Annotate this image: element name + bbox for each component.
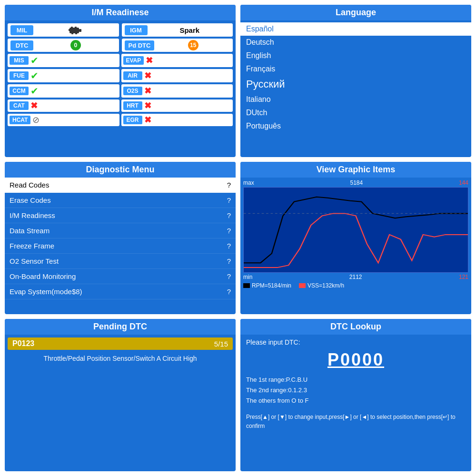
evap-status: ✖: [146, 55, 153, 66]
dtc-lookup-footer: Press[▲] or [▼] to change input,press[►]…: [246, 413, 466, 431]
diag-item-o2-sensor[interactable]: O2 Sensor Test ?: [5, 254, 236, 269]
dtc-value: 0: [35, 40, 116, 50]
hrt-label: HRT: [123, 101, 142, 110]
diag-item-q: ?: [227, 196, 231, 204]
lang-item-francais[interactable]: Français: [240, 62, 471, 76]
dtc-lookup-title: DTC Lookup: [240, 319, 471, 335]
dtc-lookup-code[interactable]: P0000: [246, 350, 466, 370]
igm-value: Spark: [149, 26, 230, 34]
hrt-status: ✖: [144, 100, 151, 111]
diag-item-label: Data Stream: [10, 227, 50, 235]
ccm-item: CCM ✔: [8, 84, 119, 98]
dtc-lookup-info: The 1st range:P.C.B.U The 2nd range:0.1.…: [246, 375, 466, 406]
air-label: AIR: [123, 71, 142, 80]
dtc-lookup-prompt: Please input DTC:: [246, 338, 466, 346]
dtc-range3: The others from O to F: [246, 396, 466, 406]
diag-item-q: ?: [227, 242, 231, 250]
pd-dtc-badge: 15: [188, 40, 198, 50]
dtc-range1: The 1st range:P.C.B.U: [246, 375, 466, 385]
mis-label: MIS: [10, 56, 29, 65]
lang-item-english[interactable]: English: [240, 49, 471, 62]
diag-item-q: ?: [227, 211, 231, 219]
hrt-item: HRT ✖: [121, 99, 233, 112]
diag-item-data-stream[interactable]: Data Stream ?: [5, 223, 236, 238]
o2s-item: O2S ✖: [121, 84, 233, 98]
evap-label: EVAP: [123, 56, 144, 65]
legend-vss-box: [299, 283, 306, 288]
mis-item: MIS ✔: [8, 54, 119, 67]
svg-rect-2: [71, 27, 73, 29]
ccm-label: CCM: [10, 87, 29, 95]
svg-rect-4: [69, 29, 70, 31]
lang-item-russian[interactable]: Русский: [240, 76, 471, 93]
diag-item-evap-system[interactable]: Evap System(mode$8) ?: [5, 284, 236, 299]
graph-max-label: max: [243, 179, 254, 186]
pending-dtc-panel: Pending DTC P0123 5/15 Throttle/Pedal Po…: [5, 319, 236, 471]
legend-rpm-label: RPM=5184/min: [252, 282, 291, 289]
evap-item: EVAP ✖: [121, 54, 233, 67]
lang-item-portuguese[interactable]: Português: [240, 119, 471, 133]
cat-status: ✖: [30, 100, 38, 111]
o2s-label: O2S: [123, 87, 142, 95]
dtc-label: DTC: [10, 40, 33, 50]
language-title: Language: [240, 5, 471, 20]
egr-label: EGR: [123, 116, 142, 124]
im-readiness-panel: I/M Readinese MIL: [5, 5, 236, 157]
diag-item-erase-codes[interactable]: Erase Codes ?: [5, 193, 236, 208]
hcat-status: ⊘: [32, 115, 40, 125]
dtc-badge: 0: [70, 40, 81, 50]
dtc-lookup-body: Please input DTC: P0000 The 1st range:P.…: [240, 335, 471, 435]
graph-canvas: [243, 187, 468, 273]
ccm-status: ✔: [30, 85, 39, 97]
graph-min-label: min: [243, 274, 252, 280]
lang-item-dutch[interactable]: DUtch: [240, 106, 471, 119]
legend-vss-label: VSS=132km/h: [307, 282, 344, 289]
svg-rect-3: [75, 27, 77, 29]
diag-item-q: ?: [227, 181, 231, 189]
svg-rect-6: [75, 33, 77, 34]
diag-item-label: Read Codes: [10, 181, 49, 189]
svg-rect-0: [69, 28, 79, 33]
diag-item-q: ?: [227, 257, 231, 265]
fue-item: FUE ✔: [8, 69, 119, 82]
egr-item: EGR ✖: [121, 114, 233, 126]
hcat-label: HCAT: [10, 116, 30, 124]
air-item: AIR ✖: [121, 69, 233, 82]
language-panel: Language Español Deutsch English Françai…: [240, 5, 471, 157]
im-readiness-title: I/M Readinese: [5, 5, 236, 20]
diag-item-q: ?: [227, 227, 231, 235]
mis-status: ✔: [30, 55, 39, 66]
fue-status: ✔: [30, 70, 39, 81]
graph-meta-top: max 5184 144: [243, 179, 468, 186]
lang-item-deutsch[interactable]: Deutsch: [240, 36, 471, 49]
view-graphic-title: View Graphic Items: [240, 162, 471, 178]
diag-item-q: ?: [227, 272, 231, 280]
svg-rect-1: [79, 29, 81, 32]
graph-rpm-min: 2112: [349, 274, 362, 280]
igm-label: IGM: [125, 25, 148, 35]
pending-dtc-description: Throttle/Pedal Position Sensor/Switch A …: [8, 353, 233, 364]
graph-legend: RPM=5184/min VSS=132km/h: [243, 282, 468, 289]
diag-item-im-readiness[interactable]: I/M Readiness ?: [5, 208, 236, 223]
graph-meta-bottom: min 2112 121: [243, 274, 468, 280]
pending-dtc-code: P0123: [12, 339, 34, 348]
diag-item-onboard-monitoring[interactable]: On-Board Monitoring ?: [5, 269, 236, 284]
lang-item-espanol[interactable]: Español: [240, 22, 471, 36]
diag-item-q: ?: [227, 288, 231, 296]
language-list: Español Deutsch English Français Русский…: [240, 20, 471, 135]
pending-dtc-title: Pending DTC: [5, 319, 236, 335]
diag-item-freeze-frame[interactable]: Freeze Frame ?: [5, 238, 236, 254]
diag-item-label: Erase Codes: [10, 196, 51, 204]
egr-status: ✖: [144, 115, 151, 125]
graph-body: max 5184 144 min 2112 121 RPM=5184/min: [240, 178, 471, 291]
lang-item-italiano[interactable]: Italiano: [240, 93, 471, 106]
cat-item: CAT ✖: [8, 99, 119, 112]
diagnostic-menu-list: Read Codes ? Erase Codes ? I/M Readiness…: [5, 178, 236, 299]
diag-item-label: I/M Readiness: [10, 211, 55, 219]
cat-label: CAT: [10, 101, 29, 110]
diag-item-read-codes[interactable]: Read Codes ?: [5, 178, 236, 193]
diagnostic-menu-title: Diagnostic Menu: [5, 162, 236, 178]
diagnostic-menu-panel: Diagnostic Menu Read Codes ? Erase Codes…: [5, 162, 236, 314]
diag-item-label: Evap System(mode$8): [10, 288, 82, 296]
pd-dtc-value: 15: [156, 40, 230, 50]
